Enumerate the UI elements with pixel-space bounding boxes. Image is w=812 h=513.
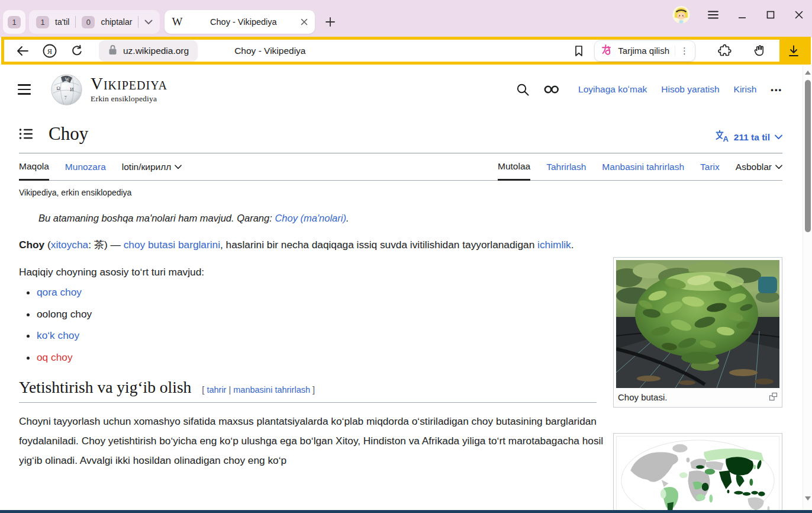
maximize-button[interactable]	[766, 10, 775, 20]
donate-link[interactable]: Loyihaga koʻmak	[578, 84, 647, 95]
bold-term: Choy	[19, 239, 44, 251]
vertical-scrollbar[interactable]	[803, 65, 812, 510]
tea-bush-image[interactable]	[616, 260, 779, 388]
text-oolong-choy: oolong choy	[37, 308, 92, 320]
profile-avatar[interactable]	[672, 6, 690, 24]
bracket: ]	[310, 385, 315, 395]
tab-group-bar: 1 ta'til 0 chiptalar	[29, 10, 160, 34]
site-info-pill[interactable]: uz.wikipedia.org	[99, 40, 198, 62]
wikipedia-globe-icon: Ω W И 7	[50, 73, 83, 107]
tab-maqola[interactable]: Maqola	[19, 161, 49, 181]
tab-tahrirlash[interactable]: Tahrirlash	[546, 161, 586, 180]
reload-button[interactable]	[67, 44, 87, 58]
chevron-down-icon	[175, 165, 182, 169]
divider: |	[226, 385, 233, 395]
download-icon[interactable]	[787, 44, 800, 57]
hatnote-link[interactable]: Choy (ma'nolari)	[275, 213, 346, 223]
close-window-button[interactable]	[794, 10, 804, 20]
address-toolbar-highlighted: Я uz.wikipedia.org Choy - Vikipediya	[1, 37, 811, 65]
scrollbar-thumb[interactable]	[805, 80, 811, 232]
search-icon[interactable]	[516, 83, 530, 97]
wikipedia-favicon: W	[172, 15, 182, 28]
section-heading-row: Yetishtirish va yigʻib olish [ tahrir | …	[19, 378, 597, 403]
scroll-down-arrow[interactable]	[805, 496, 811, 501]
link-kok-choy[interactable]: koʻk choy	[37, 329, 79, 341]
tea-bush-thumbnail: Choy butasi.	[613, 257, 782, 408]
wikipedia-logo[interactable]: Ω W И 7 Vikipediya Erkin ensiklopediya	[50, 73, 167, 107]
tab-groups-chevron-icon[interactable]	[144, 20, 153, 25]
extensions-puzzle-icon[interactable]	[718, 44, 732, 58]
wikipedia-tagline: Erkin ensiklopediya	[91, 94, 167, 104]
language-count-label: 211 ta til	[734, 132, 770, 143]
create-account-link[interactable]: Hisob yaratish	[661, 84, 719, 95]
hatnote: Bu atamaning boshqa ma'nolari ham mavjud…	[38, 213, 803, 224]
divider	[138, 16, 138, 28]
language-selector-button[interactable]: A 211 ta til	[714, 130, 782, 145]
tab-group-tatil[interactable]: ta'til	[55, 17, 69, 27]
more-options-icon[interactable]: •••	[771, 85, 782, 94]
site-subtitle: Vikipediya, erkin ensiklopediya	[19, 188, 803, 197]
tab-count-badge: 1	[8, 16, 21, 28]
section-paragraph: Choyni tayyorlash uchun xomashyo sifatid…	[19, 412, 605, 470]
appearance-glasses-icon[interactable]	[544, 85, 559, 94]
tab-asboblar[interactable]: Asboblar	[736, 161, 782, 180]
world-map-image[interactable]	[618, 438, 778, 510]
yandex-glyph: Я	[47, 47, 52, 55]
tab-title: Choy - Vikipediya	[191, 17, 296, 27]
scroll-up-arrow[interactable]	[805, 70, 811, 75]
article-tabs-bar: Maqola Munozara lotin/кирилл Mutolaa Tah…	[19, 153, 782, 181]
login-link[interactable]: Kirish	[734, 84, 757, 95]
browser-window: 1 1 ta'til 0 chiptalar W Choy - Vikipedi…	[0, 0, 812, 513]
pinned-tab[interactable]: 1	[3, 10, 25, 34]
hand-gesture-icon[interactable]	[752, 44, 766, 58]
toolbar-page-title[interactable]: Choy - Vikipediya	[234, 46, 305, 56]
window-bottom-edge	[0, 510, 812, 513]
variant-label: lotin/кирилл	[122, 162, 172, 172]
chevron-down-icon	[775, 134, 782, 140]
back-button[interactable]	[12, 44, 33, 57]
tab-variant-selector[interactable]: lotin/кирилл	[122, 161, 182, 180]
language-icon: A	[714, 130, 729, 145]
svg-text:7: 7	[65, 95, 67, 100]
hatnote-period: .	[346, 213, 349, 223]
main-menu-icon[interactable]	[18, 84, 31, 95]
redlink-oq-choy[interactable]: oq choy	[37, 351, 73, 363]
expand-thumbnail-icon[interactable]	[769, 392, 778, 403]
page-title: Choy	[49, 123, 88, 145]
url-domain[interactable]: uz.wikipedia.org	[123, 46, 189, 56]
wikipedia-wordmark: Vikipediya	[91, 75, 167, 92]
translate-menu-icon[interactable]: ⋮	[675, 46, 689, 56]
edit-source-link[interactable]: manbasini tahrirlash	[233, 385, 310, 395]
group-count-badge: 1	[36, 16, 49, 28]
browser-menu-icon[interactable]	[708, 11, 718, 19]
tab-munozara[interactable]: Munozara	[65, 161, 106, 180]
tab-mutolaa[interactable]: Mutolaa	[498, 161, 530, 181]
bookmark-icon[interactable]	[573, 44, 585, 57]
section-heading: Yetishtirish va yigʻib olish	[19, 378, 191, 397]
divider	[75, 16, 76, 28]
edit-link[interactable]: tahrir	[207, 385, 226, 395]
translate-button[interactable]: Tarjima qilish ⋮	[594, 40, 695, 62]
tab-group-chiptalar[interactable]: chiptalar	[101, 17, 132, 27]
thumbnail-caption: Choy butasi.	[618, 392, 667, 402]
link-qora-choy[interactable]: qora choy	[37, 286, 82, 298]
tab-tarix[interactable]: Tarix	[700, 161, 720, 180]
minimize-button[interactable]	[737, 10, 747, 20]
contents-toc-icon[interactable]	[19, 128, 33, 140]
page-content: Ω W И 7 Vikipediya Erkin ensiklopediya L…	[0, 65, 803, 510]
close-tab-icon[interactable]	[301, 18, 308, 25]
tea-production-map-thumbnail	[613, 433, 782, 510]
yandex-button[interactable]: Я	[40, 43, 60, 59]
tab-manbasini-tahrirlash[interactable]: Manbasini tahrirlash	[602, 161, 684, 180]
active-tab[interactable]: W Choy - Vikipediya	[165, 10, 315, 34]
text: , haslarini bir necha daqiqaga issiq suv…	[220, 239, 537, 251]
link-choy-butasi[interactable]: choy butasi barglarini	[124, 239, 220, 251]
svg-text:И: И	[70, 86, 73, 92]
article-title-row: Choy A 211 ta til	[19, 123, 782, 153]
link-ichimlik[interactable]: ichimlik	[537, 239, 571, 251]
hatnote-text: Bu atamaning boshqa ma'nolari ham mavjud…	[38, 213, 275, 223]
chevron-down-icon	[775, 165, 782, 169]
link-xitoycha[interactable]: xitoycha	[51, 239, 88, 251]
new-tab-button[interactable]	[321, 12, 340, 31]
translate-hiragana-icon	[601, 44, 613, 58]
